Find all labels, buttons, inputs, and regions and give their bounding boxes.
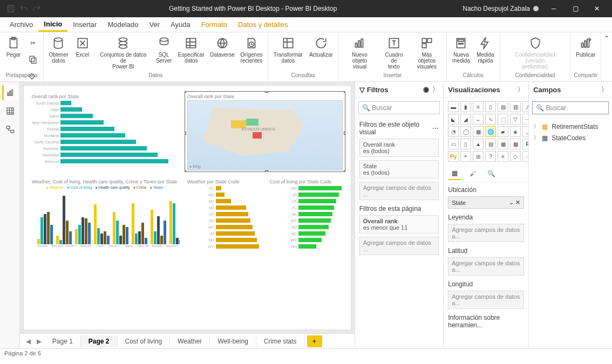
menu-datos-detalles[interactable]: Datos y detalles	[233, 18, 294, 31]
undo-icon[interactable]	[17, 2, 30, 15]
get-data-button[interactable]: Obtener datos	[46, 33, 71, 66]
page-tab-weather[interactable]: Weather	[170, 335, 210, 347]
filter-icon[interactable]: ▽	[329, 91, 333, 92]
page-next-button[interactable]: ▶	[34, 338, 45, 345]
recent-sources-button[interactable]: Orígenes recientes	[237, 33, 266, 66]
report-canvas[interactable]: Overall rank por State South DakotaUtahI…	[23, 85, 351, 330]
viz-treemap-icon[interactable]: ▦	[473, 126, 484, 137]
viz-filled-map-icon[interactable]: ▰	[498, 126, 508, 137]
add-page-button[interactable]: +	[307, 335, 322, 347]
redo-icon[interactable]	[30, 2, 43, 15]
collapse-filters-icon[interactable]: 〉	[432, 85, 439, 94]
menu-formato[interactable]: Formato	[196, 18, 233, 31]
viz-key-influencer-icon[interactable]: ⌖	[460, 151, 471, 162]
viz-kpi-icon[interactable]: ▲	[473, 139, 484, 149]
fields-tab-icon[interactable]: ▦	[448, 167, 461, 180]
transform-data-button[interactable]: Transformar datos	[270, 33, 306, 66]
visual-overall-rank-bar[interactable]: Overall rank por State South DakotaUtahI…	[29, 91, 180, 172]
viz-shape-map-icon[interactable]: ◈	[510, 126, 521, 137]
page-prev-button[interactable]: ◀	[23, 338, 34, 345]
viz-pie-icon[interactable]: ◔	[448, 126, 459, 137]
viz-paginated-icon[interactable]: ◇	[510, 151, 521, 162]
page-tab-crime[interactable]: Crime stats	[256, 335, 305, 347]
filter-add-visual-well[interactable]: Agregar campos de datos ...	[359, 182, 439, 200]
fields-search-input[interactable]: 🔍 Buscar	[532, 101, 609, 114]
viz-funnel-icon[interactable]: ▽	[510, 114, 521, 125]
page-tab-cost[interactable]: Cost of living	[118, 335, 171, 347]
new-visual-button[interactable]: Nuevo objeto visual	[341, 33, 378, 72]
viz-table-icon[interactable]: ▦	[498, 139, 508, 149]
publish-button[interactable]: Publicar	[573, 33, 599, 60]
visual-grouped-columns[interactable]: Weather, Cost of living, Health care qua…	[29, 176, 180, 257]
filters-search-input[interactable]: 🔍 Buscar	[358, 101, 440, 114]
textbox-button[interactable]: Cuadro de texto	[378, 33, 409, 72]
cut-button[interactable]: ✂	[25, 36, 41, 51]
well-legend[interactable]: Agregar campos de datos a...	[448, 224, 524, 242]
sql-server-button[interactable]: SQL Server	[153, 33, 175, 66]
menu-insertar[interactable]: Insertar	[67, 18, 102, 31]
collapse-ribbon-icon[interactable]: ⌃	[601, 32, 612, 81]
filter-card-state[interactable]: Statees (todos)	[359, 160, 439, 178]
page-tab-2[interactable]: Page 2	[81, 335, 118, 347]
viz-donut-icon[interactable]: ◯	[460, 126, 471, 137]
copy-button[interactable]	[25, 52, 41, 67]
analytics-tab-icon[interactable]: 🔍	[485, 167, 498, 180]
table-statecodes[interactable]: 〉▦StateCodes	[533, 132, 608, 143]
menu-archivo[interactable]: Archivo	[4, 18, 38, 31]
menu-ver[interactable]: Ver	[144, 18, 166, 31]
viz-decomp-icon[interactable]: ⊞	[473, 151, 484, 162]
viz-slicer-icon[interactable]: ▤	[485, 139, 496, 149]
user-label[interactable]: Nacho Despujol Zabala	[463, 5, 539, 12]
focus-icon[interactable]: ⤢	[334, 91, 338, 92]
more-icon[interactable]: ⋯	[432, 125, 439, 132]
page-tab-1[interactable]: Page 1	[45, 335, 81, 347]
enter-data-button[interactable]: Especificar datos	[175, 33, 207, 66]
viz-area-icon[interactable]: ◣	[448, 114, 459, 125]
viz-ribbon-icon[interactable]: ∿	[485, 114, 496, 125]
collapse-viz-icon[interactable]: 〉	[518, 85, 524, 94]
maximize-button[interactable]: ▢	[565, 0, 586, 17]
visual-map[interactable]: Overall rank por State ESTADOS UNIDOS ▸ …	[185, 91, 345, 172]
refresh-button[interactable]: Actualizar	[306, 33, 336, 60]
viz-stacked-bar-icon[interactable]: ▬	[448, 101, 459, 112]
page-tab-wellbeing[interactable]: Well-being	[210, 335, 256, 347]
menu-inicio[interactable]: Inicio	[38, 18, 67, 32]
minimize-button[interactable]: ─	[543, 0, 565, 17]
viz-multi-card-icon[interactable]: ▯	[460, 139, 471, 149]
viz-stacked-col-icon[interactable]: ▮	[460, 101, 471, 112]
chevron-down-icon[interactable]: ⌄ ✕	[509, 199, 520, 206]
report-view-button[interactable]	[2, 85, 17, 100]
save-icon[interactable]	[4, 2, 17, 15]
new-measure-button[interactable]: Nueva medida	[449, 33, 473, 66]
viz-narrative-icon[interactable]: ≡	[498, 151, 508, 162]
well-lat[interactable]: Agregar campos de datos a...	[448, 257, 524, 276]
collapse-fields-icon[interactable]: 〉	[601, 85, 608, 94]
viz-clustered-bar-icon[interactable]: ≡	[473, 101, 484, 112]
filter-card-page-overallrank[interactable]: Overall rankes menor que 11	[359, 215, 439, 233]
table-retirementstats[interactable]: 〉▦RetirementStats	[533, 121, 608, 132]
filter-add-page-well[interactable]: Agregar campos de datos ...	[359, 237, 439, 255]
close-button[interactable]: ✕	[586, 0, 608, 17]
format-tab-icon[interactable]: 🖌	[466, 167, 479, 180]
visual-costliving-bar[interactable]: Cost of living por State Code MSIDUTFLNE…	[267, 176, 345, 257]
viz-stacked-area-icon[interactable]: ◢	[460, 114, 471, 125]
quick-measure-button[interactable]: Medida rápida	[473, 33, 498, 66]
paste-button[interactable]: Pegar	[2, 33, 25, 60]
viz-py-icon[interactable]: Py	[448, 151, 459, 162]
viz-linecol-icon[interactable]: ⫠	[473, 114, 484, 125]
eye-icon[interactable]: ◉	[423, 85, 429, 94]
viz-qna-icon[interactable]: ?	[485, 151, 496, 162]
pbi-datasets-button[interactable]: Conjuntos de datos de Power BI	[94, 33, 153, 72]
well-location[interactable]: State⌄ ✕	[448, 196, 524, 209]
viz-card-icon[interactable]: ▭	[448, 139, 459, 149]
menu-ayuda[interactable]: Ayuda	[165, 18, 196, 31]
excel-button[interactable]: Excel	[71, 33, 94, 60]
dataverse-button[interactable]: Dataverse	[207, 33, 237, 60]
data-view-button[interactable]	[2, 104, 17, 119]
visual-weather-bar[interactable]: Weather por State Code FLMSNCNEUTSDMTIDN…	[185, 176, 263, 257]
viz-map-icon[interactable]: 🌐	[485, 126, 496, 137]
well-lon[interactable]: Agregar campos de datos a...	[448, 291, 524, 309]
more-visuals-button[interactable]: Más objetos visuales	[410, 33, 444, 72]
menu-modelado[interactable]: Modelado	[102, 18, 144, 31]
viz-100bar-icon[interactable]: ▤	[498, 101, 508, 112]
